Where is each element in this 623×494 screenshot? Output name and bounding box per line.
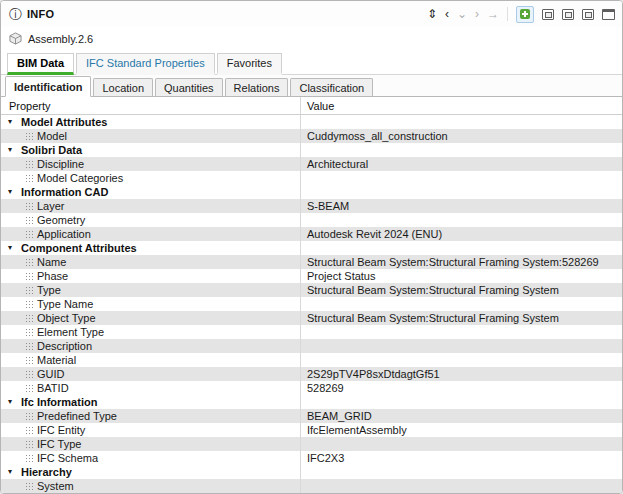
forward-icon[interactable]: › [475,8,479,20]
property-value: Structural Beam System:Structural Framin… [301,283,622,297]
dot-grid-icon [25,132,33,141]
column-header-value: Value [301,97,622,114]
table-row[interactable]: Type Structural Beam System:Structural F… [1,283,622,297]
tab-location[interactable]: Location [93,78,153,97]
property-value: Cuddymoss_all_construction [301,129,622,143]
property-name: Name [37,256,66,268]
property-value: 528269 [301,381,622,395]
collapse-triangle-icon[interactable]: ▾ [8,244,17,252]
property-cell: System [1,479,301,493]
table-row[interactable]: ▾ Hierarchy [1,465,622,479]
table-row[interactable]: BATID 528269 [1,381,622,395]
property-name: GUID [37,368,65,380]
property-name: Object Type [37,312,96,324]
property-name: Geometry [37,214,85,226]
table-row[interactable]: Model Cuddymoss_all_construction [1,129,622,143]
property-cell: ▾ Solibri Data [1,143,301,157]
property-name: Solibri Data [21,144,82,156]
property-cell: Model Categories [1,171,301,185]
tab-relations[interactable]: Relations [225,78,289,97]
property-value [301,241,622,255]
collapse-triangle-icon[interactable]: ▾ [8,188,17,196]
dot-grid-icon [25,272,33,281]
table-row[interactable]: ▾ Model Attributes [1,115,622,129]
dot-grid-icon [25,356,33,365]
info-panel: ⓘ INFO ⇕ ‹ ⌄ › → Assembly.2.6 BIM Data I… [0,0,623,494]
property-value: Project Status [301,269,622,283]
dot-grid-icon [25,314,33,323]
dot-grid-icon [25,300,33,309]
dot-grid-icon [25,342,33,351]
table-row[interactable]: Type Name [1,297,622,311]
collapse-triangle-icon[interactable]: ▾ [8,118,17,126]
table-row[interactable]: Description [1,339,622,353]
property-cell: Phase [1,269,301,283]
property-value [301,143,622,157]
property-cell: Description [1,339,301,353]
table-header: Property Value [1,97,622,115]
table-row[interactable]: Model Categories [1,171,622,185]
table-row[interactable]: ▾ Component Attributes [1,241,622,255]
table-row[interactable]: Predefined Type BEAM_GRID [1,409,622,423]
table-row[interactable]: System [1,479,622,493]
titlebar: ⓘ INFO ⇕ ‹ ⌄ › → [1,1,622,27]
property-value [301,437,622,451]
table-row[interactable]: Application Autodesk Revit 2024 (ENU) [1,227,622,241]
table-row[interactable]: Phase Project Status [1,269,622,283]
back-icon[interactable]: ‹ [445,8,449,20]
tab-ifc-standard-properties[interactable]: IFC Standard Properties [76,53,215,75]
table-row[interactable]: IFC Entity IfcElementAssembly [1,423,622,437]
table-row[interactable]: GUID 2S29pTV4P8sxDtdagtGf51 [1,367,622,381]
property-cell: ▾ Ifc Information [1,395,301,409]
jump-icon[interactable]: → [487,8,499,20]
property-name: Model Attributes [21,116,107,128]
table-row[interactable]: ▾ Ifc Information [1,395,622,409]
property-name: IFC Type [37,438,81,450]
table-row[interactable]: IFC Type [1,437,622,451]
table-row[interactable]: Material [1,353,622,367]
maximize-window-icon[interactable] [602,9,615,20]
collapse-triangle-icon[interactable]: ▾ [8,468,17,476]
dot-grid-icon [25,328,33,337]
dot-grid-icon [25,370,33,379]
property-name: Hierarchy [21,466,72,478]
property-name: IFC Schema [37,452,98,464]
table-row[interactable]: Layer S-BEAM [1,199,622,213]
green-tool-button[interactable] [516,6,534,23]
duplicate-window-icon[interactable] [562,9,574,20]
table-row[interactable]: Element Type [1,325,622,339]
property-name: IFC Entity [37,424,85,436]
dot-grid-icon [25,482,33,491]
property-cell: Object Type [1,311,301,325]
property-name: BATID [37,382,69,394]
table-row[interactable]: ▾ Solibri Data [1,143,622,157]
tab-classification[interactable]: Classification [290,78,373,97]
table-row[interactable]: IFC Schema IFC2X3 [1,451,622,465]
tab-favorites[interactable]: Favorites [217,53,282,75]
table-row[interactable]: Object Type Structural Beam System:Struc… [1,311,622,325]
pin-window-icon[interactable] [582,9,594,20]
table-row[interactable]: Discipline Architectural [1,157,622,171]
property-value [301,353,622,367]
collapse-icon[interactable]: ⌄ [457,8,467,20]
assembly-cube-icon [9,32,22,45]
collapse-triangle-icon[interactable]: ▾ [8,146,17,154]
table-row[interactable]: ▾ Information CAD [1,185,622,199]
column-header-property: Property [1,97,301,114]
tab-quantities[interactable]: Quantities [155,78,223,97]
dot-grid-icon [25,286,33,295]
float-window-icon[interactable] [542,9,554,20]
tab-identification[interactable]: Identification [5,76,91,97]
tab-bim-data[interactable]: BIM Data [7,53,74,75]
property-cell: GUID [1,367,301,381]
table-row[interactable]: Geometry [1,213,622,227]
property-cell: Layer [1,199,301,213]
property-name: Layer [37,200,65,212]
property-cell: BATID [1,381,301,395]
property-name: Element Type [37,326,104,338]
property-name: System [37,480,74,492]
table-row[interactable]: Name Structural Beam System:Structural F… [1,255,622,269]
dot-grid-icon [25,202,33,211]
collapse-triangle-icon[interactable]: ▾ [8,398,17,406]
navigate-up-down-icon[interactable]: ⇕ [427,8,437,20]
